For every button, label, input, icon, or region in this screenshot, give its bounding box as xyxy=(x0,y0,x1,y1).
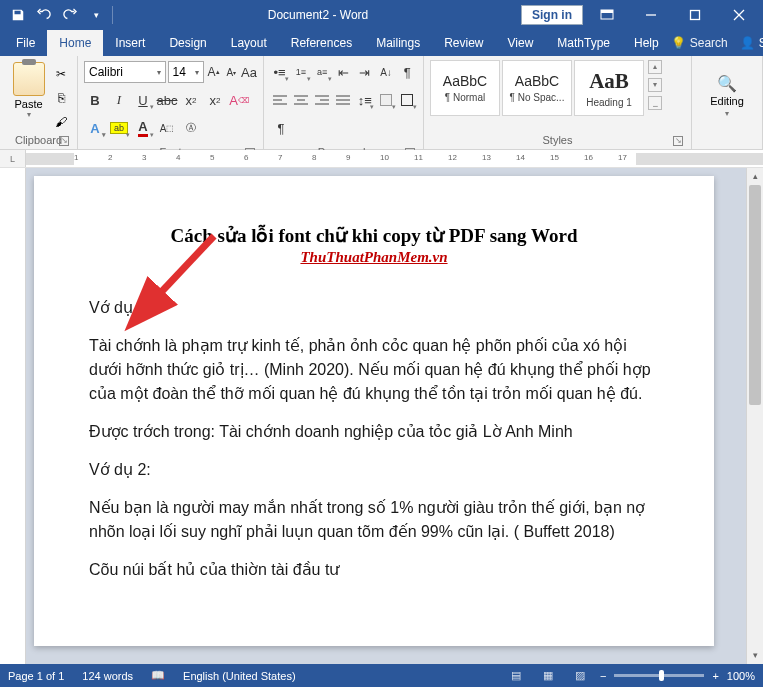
tab-view[interactable]: View xyxy=(496,30,546,56)
clipboard-dialog-icon[interactable]: ↘ xyxy=(59,136,69,146)
copy-icon[interactable]: ⎘ xyxy=(51,88,71,108)
underline-button[interactable]: U xyxy=(132,89,154,111)
tab-design[interactable]: Design xyxy=(157,30,218,56)
borders-icon[interactable] xyxy=(398,89,417,111)
style-no-spacing[interactable]: AaBbC ¶ No Spac... xyxy=(502,60,572,116)
tab-layout[interactable]: Layout xyxy=(219,30,279,56)
line-spacing-icon[interactable]: ↕≡ xyxy=(355,89,374,111)
increase-indent-icon[interactable]: ⇥ xyxy=(355,61,374,83)
styles-more-icon[interactable]: ⎯ xyxy=(648,96,662,110)
styles-row-down-icon[interactable]: ▾ xyxy=(648,78,662,92)
align-right-icon[interactable] xyxy=(313,89,332,111)
find-icon: 🔍 xyxy=(717,74,737,93)
para-marker-icon[interactable]: ¶ xyxy=(270,117,292,139)
strikethrough-button[interactable]: abc xyxy=(156,89,178,111)
increase-font-icon[interactable]: A▴ xyxy=(206,61,222,83)
qat-customize-icon[interactable]: ▾ xyxy=(84,3,108,27)
paragraph: Nếu bạn là người may mắn nhất trong số 1… xyxy=(89,496,659,544)
bullets-icon[interactable]: •≡ xyxy=(270,61,289,83)
web-layout-icon[interactable]: ▨ xyxy=(568,667,592,685)
print-layout-icon[interactable]: ▦ xyxy=(536,667,560,685)
read-mode-icon[interactable]: ▤ xyxy=(504,667,528,685)
group-styles-label: Styles xyxy=(543,134,573,146)
superscript-button[interactable]: x2 xyxy=(204,89,226,111)
tab-home[interactable]: Home xyxy=(47,30,103,56)
change-case-icon[interactable]: Aa xyxy=(241,61,257,83)
italic-button[interactable]: I xyxy=(108,89,130,111)
tab-mathtype[interactable]: MathType xyxy=(545,30,622,56)
zoom-slider[interactable] xyxy=(614,674,704,677)
status-proofing-icon[interactable]: 📖 xyxy=(151,669,165,682)
ribbon-display-icon[interactable] xyxy=(587,0,627,30)
tab-insert[interactable]: Insert xyxy=(103,30,157,56)
ruler-corner: L xyxy=(0,150,26,167)
share-button[interactable]: 👤 Share xyxy=(740,36,763,50)
style-normal[interactable]: AaBbC ¶ Normal xyxy=(430,60,500,116)
signin-button[interactable]: Sign in xyxy=(521,5,583,25)
align-left-icon[interactable] xyxy=(270,89,289,111)
tab-references[interactable]: References xyxy=(279,30,364,56)
highlight-icon[interactable]: ab xyxy=(108,117,130,139)
decrease-indent-icon[interactable]: ⇤ xyxy=(334,61,353,83)
sort-icon[interactable]: A↓ xyxy=(376,61,395,83)
zoom-in-icon[interactable]: + xyxy=(712,670,718,682)
scroll-up-icon[interactable]: ▴ xyxy=(747,168,763,185)
page: Cách sửa lỗi font chữ khi copy từ PDF sa… xyxy=(34,176,714,646)
show-marks-icon[interactable]: ¶ xyxy=(398,61,417,83)
justify-icon[interactable] xyxy=(334,89,353,111)
paste-button[interactable]: Paste xyxy=(14,98,42,110)
scroll-thumb[interactable] xyxy=(749,185,761,405)
character-shading-icon[interactable]: A⬚ xyxy=(156,117,178,139)
minimize-icon[interactable] xyxy=(631,0,671,30)
enclose-characters-icon[interactable]: Ⓐ xyxy=(180,117,202,139)
align-center-icon[interactable] xyxy=(291,89,310,111)
tab-file[interactable]: File xyxy=(4,30,47,56)
clear-format-icon[interactable]: A⌫ xyxy=(228,89,250,111)
font-name-select[interactable]: Calibri▾ xyxy=(84,61,166,83)
styles-dialog-icon[interactable]: ↘ xyxy=(673,136,683,146)
styles-row-up-icon[interactable]: ▴ xyxy=(648,60,662,74)
paste-icon[interactable] xyxy=(13,62,45,96)
multilevel-list-icon[interactable]: a≡ xyxy=(313,61,332,83)
paragraph: Vớ dụ 1: xyxy=(89,296,659,320)
subscript-button[interactable]: x2 xyxy=(180,89,202,111)
document-viewport[interactable]: Cách sửa lỗi font chữ khi copy từ PDF sa… xyxy=(26,168,746,664)
paste-dropdown-icon[interactable]: ▾ xyxy=(27,110,31,119)
editing-menu[interactable]: 🔍 Editing ▾ xyxy=(698,60,756,132)
tab-review[interactable]: Review xyxy=(432,30,495,56)
status-words[interactable]: 124 words xyxy=(82,670,133,682)
lightbulb-icon: 💡 xyxy=(671,36,686,50)
text-effects-icon[interactable]: A xyxy=(84,117,106,139)
save-icon[interactable] xyxy=(6,3,30,27)
status-language[interactable]: English (United States) xyxy=(183,670,296,682)
horizontal-ruler[interactable]: 1234567891011121314151617 xyxy=(26,150,763,167)
ruler-tick: 2 xyxy=(108,153,112,162)
close-icon[interactable] xyxy=(719,0,759,30)
status-page[interactable]: Page 1 of 1 xyxy=(8,670,64,682)
font-size-select[interactable]: 14▾ xyxy=(168,61,204,83)
ruler-tick: 16 xyxy=(584,153,593,162)
tab-mailings[interactable]: Mailings xyxy=(364,30,432,56)
redo-icon[interactable] xyxy=(58,3,82,27)
zoom-out-icon[interactable]: − xyxy=(600,670,606,682)
document-body[interactable]: Vớ dụ 1: Tài chớnh là phạm trự kinh tế, … xyxy=(89,296,659,582)
ruler-tick: 6 xyxy=(244,153,248,162)
vertical-ruler[interactable] xyxy=(0,168,26,664)
group-clipboard-label: Clipboard xyxy=(15,134,62,146)
font-color-icon[interactable]: A xyxy=(132,117,154,139)
cut-icon[interactable]: ✂ xyxy=(51,64,71,84)
shading-icon[interactable] xyxy=(376,89,395,111)
maximize-icon[interactable] xyxy=(675,0,715,30)
ribbon-tabs: File Home Insert Design Layout Reference… xyxy=(0,30,763,56)
tell-me-search[interactable]: 💡 Search xyxy=(671,36,728,50)
bold-button[interactable]: B xyxy=(84,89,106,111)
scroll-down-icon[interactable]: ▾ xyxy=(747,647,763,664)
tab-help[interactable]: Help xyxy=(622,30,671,56)
numbering-icon[interactable]: 1≡ xyxy=(291,61,310,83)
decrease-font-icon[interactable]: A▾ xyxy=(223,61,239,83)
format-painter-icon[interactable]: 🖌 xyxy=(51,112,71,132)
undo-icon[interactable] xyxy=(32,3,56,27)
style-heading1[interactable]: AaB Heading 1 xyxy=(574,60,644,116)
vertical-scrollbar[interactable]: ▴ ▾ xyxy=(746,168,763,664)
zoom-level[interactable]: 100% xyxy=(727,670,755,682)
